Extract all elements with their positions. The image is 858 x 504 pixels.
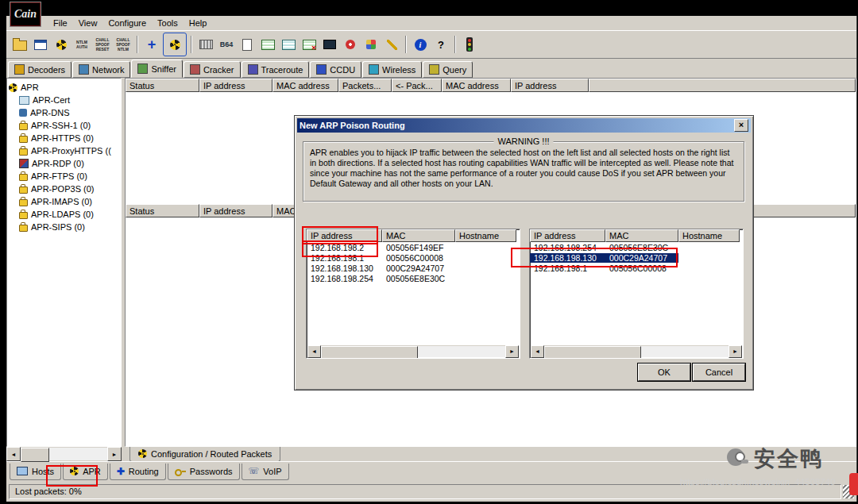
start-sniffer-button[interactable]	[52, 35, 71, 54]
column-header-mac[interactable]: MAC	[605, 229, 678, 242]
column-header-ip[interactable]: IP address	[530, 229, 605, 242]
scroll-left-button[interactable]: ◄	[531, 345, 544, 358]
tab-cracker[interactable]: Cracker	[184, 61, 241, 78]
scroll-right-button[interactable]: ►	[505, 345, 519, 358]
exit-button[interactable]	[460, 35, 479, 54]
column-header-ip2[interactable]: IP address	[511, 79, 589, 92]
scroll-right-button[interactable]: ►	[729, 345, 742, 358]
tree-horizontal-scrollbar[interactable]: ◄ ►	[6, 447, 122, 461]
scroll-left-button[interactable]: ◄	[307, 345, 321, 358]
menu-view[interactable]: View	[73, 17, 103, 29]
window-button[interactable]	[31, 35, 50, 54]
list-header: IP address MAC Hostname	[530, 229, 743, 242]
column-header-status[interactable]: Status	[126, 204, 199, 217]
disc-button[interactable]	[341, 35, 360, 54]
tree-item-apr-ssh1[interactable]: APR-SSH-1 (0)	[9, 119, 119, 132]
column-header-packets[interactable]: Packets...	[338, 79, 392, 92]
column-header-hostname[interactable]: Hostname	[678, 229, 740, 242]
open-file-button[interactable]	[10, 35, 29, 54]
grid-button[interactable]	[196, 35, 215, 54]
tab-configuration-routed-packets[interactable]: Configuration / Routed Packets	[129, 447, 280, 462]
column-header-mac[interactable]: MAC address	[272, 79, 338, 92]
scrollbar-thumb[interactable]	[21, 448, 49, 462]
ip-cell: 192.168.198.1	[307, 253, 382, 263]
tree-item-apr-ldaps[interactable]: APR-LDAPS (0)	[9, 208, 119, 221]
tree-item-apr-sips[interactable]: APR-SIPS (0)	[9, 221, 119, 233]
close-icon[interactable]: ×	[734, 119, 748, 132]
list-horizontal-scrollbar[interactable]: ◄ ►	[531, 345, 742, 357]
add-to-list-button[interactable]: +	[142, 35, 161, 54]
route-table-button[interactable]	[300, 35, 319, 54]
arp-table-button[interactable]	[279, 35, 298, 54]
tab-traceroute[interactable]: Traceroute	[242, 61, 310, 78]
tree-item-apr-dns[interactable]: APR-DNS	[9, 106, 119, 119]
list-horizontal-scrollbar[interactable]: ◄ ►	[307, 345, 519, 357]
tab-routing[interactable]: ✚Routing	[110, 464, 166, 480]
tree-item-apr-ftps[interactable]: APR-FTPS (0)	[9, 170, 119, 183]
chall-spoof-ntlm-button[interactable]: CHALL SPOOF NTLM	[114, 35, 133, 54]
tab-apr[interactable]: APR	[63, 464, 108, 480]
host-row[interactable]: 192.168.198.254005056E8E30C	[307, 273, 520, 283]
chall-spoof-reset-button[interactable]: CHALL SPOOF RESET	[93, 35, 112, 54]
host-row[interactable]: 192.168.198.130000C29A24707	[307, 263, 520, 273]
host-row[interactable]: 192.168.198.1005056C00008	[530, 263, 743, 273]
mac-scanner-button[interactable]	[258, 35, 277, 54]
scroll-right-button[interactable]: ►	[107, 447, 122, 461]
column-header-status[interactable]: Status	[126, 79, 199, 92]
right-host-list[interactable]: IP address MAC Hostname 192.168.198.2540…	[529, 229, 744, 359]
column-header-ip[interactable]: IP address	[307, 229, 382, 242]
tab-passwords[interactable]: Passwords	[168, 464, 240, 480]
tree-item-apr-cert[interactable]: APR-Cert	[9, 94, 119, 106]
menu-tools[interactable]: Tools	[152, 17, 184, 29]
traceroute-icon	[248, 64, 258, 75]
tree-item-apr-https[interactable]: APR-HTTPS (0)	[9, 132, 119, 144]
host-row-selected[interactable]: 192.168.198.130000C29A24707	[530, 252, 743, 263]
host-row[interactable]: 192.168.198.254005056E8E30C	[530, 242, 743, 252]
scrollbar-track[interactable]	[544, 346, 729, 357]
tab-query[interactable]: Query	[423, 61, 473, 78]
scrollbar-track[interactable]	[321, 346, 505, 357]
column-header-mac2[interactable]: MAC address	[442, 79, 511, 92]
tab-network[interactable]: Network	[72, 61, 130, 78]
tree-item-apr-root[interactable]: APR	[9, 81, 119, 94]
info-button[interactable]: i	[411, 35, 430, 54]
traffic-light-icon	[466, 37, 473, 52]
menu-configure[interactable]: Configure	[102, 17, 152, 29]
ntlm-auth-button[interactable]: NTLM AUTH	[72, 35, 91, 54]
edit-button[interactable]	[382, 35, 401, 54]
mac-cell: 005056C00008	[605, 264, 678, 273]
tree-item-apr-imaps[interactable]: APR-IMAPS (0)	[9, 195, 119, 208]
column-header-packets-back[interactable]: <- Pack...	[392, 79, 442, 92]
tab-ccdu[interactable]: CCDU	[310, 61, 361, 78]
scrollbar-thumb[interactable]	[321, 346, 418, 359]
host-row[interactable]: 192.168.198.2005056F149EF	[307, 242, 520, 252]
start-apr-button[interactable]	[163, 33, 187, 56]
badge-button[interactable]	[361, 35, 381, 54]
column-header-mac[interactable]: MAC	[382, 229, 455, 242]
scrollbar-track[interactable]	[21, 448, 107, 460]
tab-decoders[interactable]: Decoders	[8, 61, 72, 78]
tab-wireless[interactable]: Wireless	[362, 61, 422, 78]
base64-button[interactable]: B64	[217, 35, 236, 54]
tab-hosts[interactable]: Hosts	[10, 464, 61, 480]
tree-item-apr-pop3s[interactable]: APR-POP3S (0)	[9, 183, 119, 195]
menu-help[interactable]: Help	[184, 17, 213, 29]
help-button[interactable]: ?	[431, 35, 450, 54]
column-header-hostname[interactable]: Hostname	[455, 229, 516, 242]
monitor-button[interactable]	[320, 35, 339, 54]
column-header-ip[interactable]: IP address	[199, 79, 272, 92]
tree-item-apr-proxyhttps[interactable]: APR-ProxyHTTPS ((	[9, 144, 119, 157]
scrollbar-thumb[interactable]	[544, 346, 641, 359]
tab-sniffer[interactable]: Sniffer	[131, 60, 183, 78]
cancel-button[interactable]: Cancel	[693, 364, 745, 381]
hash-calc-button[interactable]	[238, 35, 257, 54]
tree-item-apr-rdp[interactable]: APR-RDP (0)	[9, 157, 119, 170]
host-row[interactable]: 192.168.198.1005056C00008	[307, 252, 520, 263]
dialog-title-bar[interactable]: New ARP Poison Routing ×	[297, 118, 751, 133]
menu-file[interactable]: File	[48, 17, 73, 29]
column-header-ip[interactable]: IP address	[199, 204, 272, 217]
scroll-left-button[interactable]: ◄	[6, 447, 21, 461]
tab-voip[interactable]: ☏VoIP	[242, 464, 289, 480]
ok-button[interactable]: OK	[638, 364, 690, 381]
left-host-list[interactable]: IP address MAC Hostname 192.168.198.2005…	[306, 229, 520, 359]
